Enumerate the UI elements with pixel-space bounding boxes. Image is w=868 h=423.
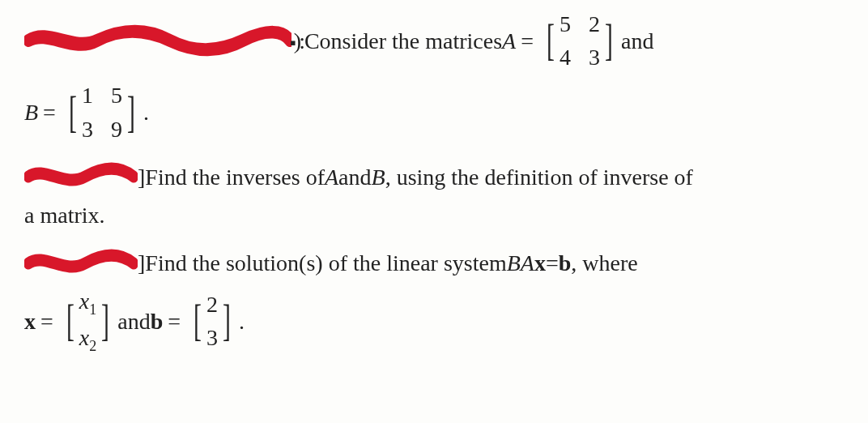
x-label: x bbox=[24, 306, 36, 337]
problem-line-2: B = [ 1 5 3 9 ] . bbox=[24, 79, 844, 144]
B-0-0: 1 bbox=[82, 79, 93, 111]
A-0-1: 2 bbox=[589, 8, 600, 40]
matrix-A: [ 5 2 4 3 ] bbox=[543, 8, 616, 73]
dot-2: . bbox=[239, 306, 245, 337]
text-consider: Consider the matrices bbox=[304, 25, 502, 57]
matrix-B: [ 1 5 3 9 ] bbox=[66, 79, 138, 144]
partial-label-suffix: ▪): bbox=[290, 25, 303, 57]
B-1-0: 3 bbox=[82, 113, 93, 145]
bracket-close-1: ] bbox=[138, 161, 145, 193]
bracket-close-2: ] bbox=[138, 247, 145, 279]
problem-line-5: ] Find the solution(s) of the linear sys… bbox=[24, 247, 844, 279]
dot-1: . bbox=[143, 96, 149, 128]
text-a-matrix: a matrix. bbox=[24, 199, 105, 231]
A-0-0: 5 bbox=[560, 8, 571, 40]
b-1: 3 bbox=[206, 322, 218, 353]
b-bold: b bbox=[559, 247, 572, 279]
b-label: b bbox=[151, 306, 164, 337]
problem-line-6: x = [ x1 x2 ] and b = [ 2 3 ] . bbox=[24, 285, 844, 357]
x1: x1 bbox=[79, 285, 96, 320]
text-rest: , using the definition of inverse of bbox=[385, 161, 693, 193]
x2: x2 bbox=[79, 322, 96, 357]
equals-2: = bbox=[43, 96, 56, 128]
text-find-inverses: Find the inverses of bbox=[145, 161, 325, 193]
text-and-3: and bbox=[117, 306, 150, 337]
B-1-1: 9 bbox=[111, 113, 122, 145]
matrix-A-label: A bbox=[502, 25, 516, 57]
redaction-1 bbox=[24, 24, 291, 57]
x-bold: x bbox=[534, 247, 546, 279]
matrix-B-label: B bbox=[24, 96, 38, 128]
A-1-1: 3 bbox=[589, 41, 600, 73]
equals-4: = bbox=[40, 306, 53, 337]
text-and: and bbox=[621, 25, 653, 57]
problem-line-3: ] Find the inverses of A and B , using t… bbox=[24, 161, 844, 193]
redaction-3 bbox=[24, 249, 138, 278]
text-where: , where bbox=[571, 247, 637, 279]
vector-b: [ 2 3 ] bbox=[190, 288, 234, 353]
problem-line-1: ▪): Consider the matrices A = [ 5 2 4 3 … bbox=[24, 8, 844, 73]
redaction-2 bbox=[24, 162, 138, 191]
equals-1: = bbox=[521, 25, 534, 57]
b-0: 2 bbox=[206, 288, 218, 320]
A-ref: A bbox=[325, 161, 338, 193]
B-ref: B bbox=[372, 161, 385, 193]
problem-line-4: a matrix. bbox=[24, 199, 844, 231]
B-0-1: 5 bbox=[111, 79, 122, 111]
BA-ref: BA bbox=[507, 247, 534, 279]
text-find-solution: Find the solution(s) of the linear syste… bbox=[145, 247, 506, 279]
equals-3: = bbox=[546, 247, 559, 279]
A-1-0: 4 bbox=[560, 41, 571, 73]
equals-5: = bbox=[168, 306, 181, 337]
text-and-2: and bbox=[338, 161, 371, 193]
vector-x: [ x1 x2 ] bbox=[63, 285, 113, 357]
